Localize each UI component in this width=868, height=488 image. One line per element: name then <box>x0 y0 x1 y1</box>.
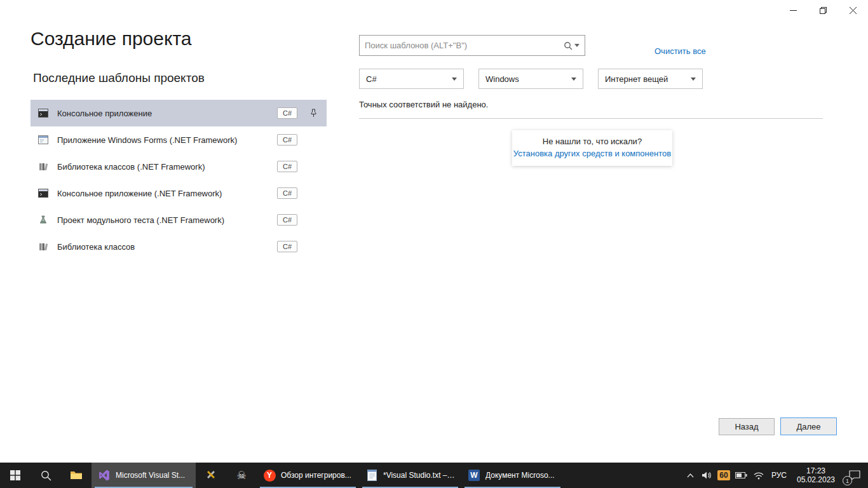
system-tray: 60 РУС 17:23 0 <box>682 463 868 488</box>
recent-template-list: Консольное приложение C# Приложение Wind… <box>31 100 327 260</box>
template-row-console-app-netfx[interactable]: Консольное приложение (.NET Framework) C… <box>31 180 327 207</box>
action-center-button[interactable]: 1 <box>841 463 868 488</box>
battery-icon <box>735 472 747 478</box>
network-button[interactable] <box>750 463 768 488</box>
search-icon <box>41 470 51 481</box>
winforms-app-icon <box>38 135 50 145</box>
volume-level-badge[interactable]: 60 <box>715 463 732 488</box>
window-controls <box>778 0 868 21</box>
template-label: Проект модульного теста (.NET Framework) <box>57 215 277 225</box>
template-label: Консольное приложение (.NET Framework) <box>57 189 277 198</box>
wifi-icon <box>753 471 764 480</box>
restore-icon <box>820 7 827 14</box>
class-library-icon <box>38 241 50 252</box>
taskbar-search-button[interactable] <box>31 463 61 488</box>
restore-button[interactable] <box>808 0 838 21</box>
language-badge: C# <box>277 134 297 146</box>
search-icon <box>564 41 573 50</box>
volume-button[interactable] <box>698 463 715 488</box>
language-badge: C# <box>277 187 297 199</box>
taskbar-app-word[interactable]: W Документ Microso... <box>461 463 564 488</box>
language-code: РУС <box>771 471 787 480</box>
language-badge: C# <box>277 214 297 226</box>
console-app-icon <box>38 108 50 118</box>
language-indicator[interactable]: РУС <box>768 463 790 488</box>
chevron-down-icon <box>452 78 457 81</box>
notification-count-badge: 1 <box>843 476 852 485</box>
taskbar-app-label: Документ Microso... <box>485 471 555 480</box>
volume-level-value: 60 <box>717 470 729 480</box>
notepad-icon <box>365 469 378 482</box>
file-explorer-button[interactable] <box>61 463 92 488</box>
next-button[interactable]: Далее <box>780 417 837 435</box>
skull-icon: ☠ <box>236 470 246 481</box>
yandex-browser-icon: Y <box>263 469 276 482</box>
taskbar-app-yandex-browser[interactable]: Y Обзор интегриров... <box>257 463 359 488</box>
chevron-down-icon <box>691 78 696 81</box>
battery-button[interactable] <box>732 463 750 488</box>
template-label: Приложение Windows Forms (.NET Framework… <box>57 135 277 145</box>
platform-filter-value: Windows <box>485 74 519 84</box>
folder-icon <box>70 470 83 480</box>
language-filter-value: C# <box>366 74 377 84</box>
template-row-class-library[interactable]: Библиотека классов C# <box>31 233 327 260</box>
speaker-icon <box>702 471 712 480</box>
template-search-box <box>359 35 585 56</box>
template-label: Библиотека классов <box>57 242 277 252</box>
no-match-message: Точных соответствий не найдено. <box>359 100 488 109</box>
create-project-dialog: Создание проекта Последние шаблоны проек… <box>0 0 868 463</box>
recent-templates-heading: Последние шаблоны проектов <box>33 71 205 85</box>
template-row-console-app[interactable]: Консольное приложение C# <box>31 100 327 126</box>
not-found-info-box: Не нашли то, что искали? Установка други… <box>512 130 672 166</box>
chevron-down-icon <box>571 78 576 81</box>
project-type-filter-dropdown[interactable]: Интернет вещей <box>598 69 703 89</box>
unit-test-icon <box>38 215 50 225</box>
language-badge: C# <box>277 161 297 172</box>
windows-logo-icon <box>10 470 20 480</box>
search-button[interactable] <box>558 36 585 55</box>
tray-time: 17:23 <box>806 466 825 475</box>
taskbar-app-label: Microsoft Visual St... <box>116 471 185 480</box>
project-type-filter-value: Интернет вещей <box>605 74 668 84</box>
visual-studio-icon <box>98 469 111 482</box>
platform-filter-dropdown[interactable]: Windows <box>478 69 583 89</box>
language-badge: C# <box>277 241 297 252</box>
clock[interactable]: 17:23 05.02.2023 <box>790 463 841 488</box>
minimize-icon <box>790 7 797 14</box>
install-tools-link[interactable]: Установка других средств и компонентов <box>512 149 672 158</box>
clear-all-link[interactable]: Очистить все <box>654 46 706 56</box>
template-label: Консольное приложение <box>57 109 277 118</box>
template-row-winforms-app[interactable]: Приложение Windows Forms (.NET Framework… <box>31 126 327 153</box>
taskbar-app-notepad[interactable]: *Visual Studio.txt – ... <box>359 463 461 488</box>
show-hidden-icons-button[interactable] <box>682 463 698 488</box>
language-filter-dropdown[interactable]: C# <box>359 69 464 89</box>
search-input[interactable] <box>360 41 558 50</box>
word-icon: W <box>468 469 480 482</box>
tray-date: 05.02.2023 <box>797 475 835 484</box>
taskbar-app-visual-studio[interactable]: Microsoft Visual St... <box>92 463 196 488</box>
taskbar-app-label: Обзор интегриров... <box>281 471 351 480</box>
language-badge: C# <box>277 107 297 119</box>
screen: Создание проекта Последние шаблоны проек… <box>0 0 868 488</box>
pinned-tool-app-button[interactable] <box>196 463 226 488</box>
tool-app-icon <box>205 470 217 481</box>
template-row-class-library-netfx[interactable]: Библиотека классов (.NET Framework) C# <box>31 153 327 180</box>
back-button[interactable]: Назад <box>719 418 775 435</box>
filter-dropdowns: C# Windows Интернет вещей <box>359 69 703 89</box>
results-divider <box>359 118 823 119</box>
chevron-up-icon <box>686 473 695 478</box>
page-title: Создание проекта <box>31 28 192 50</box>
start-button[interactable] <box>0 463 31 488</box>
minimize-button[interactable] <box>778 0 808 21</box>
pin-icon <box>310 109 317 118</box>
template-label: Библиотека классов (.NET Framework) <box>57 162 277 172</box>
console-app-icon <box>38 188 50 198</box>
taskbar: Microsoft Visual St... ☠ Y Обзор интегри… <box>0 463 868 488</box>
skull-app-button[interactable]: ☠ <box>226 463 257 488</box>
pin-button[interactable] <box>302 109 324 118</box>
template-row-unit-test[interactable]: Проект модульного теста (.NET Framework)… <box>31 207 327 233</box>
class-library-icon <box>38 161 50 172</box>
close-icon <box>850 7 857 14</box>
taskbar-app-label: *Visual Studio.txt – ... <box>383 471 455 480</box>
close-button[interactable] <box>838 0 868 21</box>
